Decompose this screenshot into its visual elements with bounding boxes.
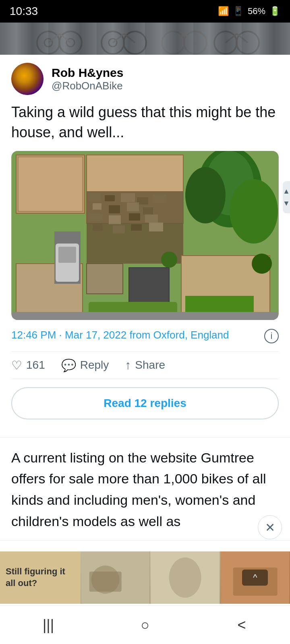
svg-rect-41 (149, 223, 163, 231)
ad-image-1 (81, 551, 150, 604)
svg-rect-27 (121, 193, 135, 202)
timestamp-text[interactable]: 12:46 PM · Mar 17, 2022 from Oxford, Eng… (11, 327, 229, 343)
nav-back-button[interactable]: ||| (32, 613, 64, 637)
svg-point-4 (66, 39, 75, 47)
aerial-view (11, 151, 279, 320)
svg-point-45 (230, 179, 278, 244)
ad-text-section: Still figuring it all out? (0, 551, 81, 604)
svg-rect-31 (109, 205, 120, 213)
svg-point-7 (102, 31, 124, 54)
user-handle[interactable]: @RobOnABike (52, 80, 123, 92)
info-icon[interactable]: i (264, 329, 279, 343)
svg-rect-22 (18, 157, 83, 211)
aerial-svg (11, 151, 279, 320)
svg-point-55 (161, 252, 177, 268)
svg-rect-0 (0, 23, 290, 55)
reply-action[interactable]: 💬 Reply (61, 358, 109, 372)
user-name[interactable]: Rob H&ynes (52, 66, 123, 80)
svg-point-2 (44, 39, 52, 47)
nav-forward-button[interactable]: < (226, 613, 258, 637)
ad-text: Still figuring it all out? (6, 566, 75, 589)
svg-line-6 (60, 34, 70, 43)
share-icon: ↑ (125, 358, 131, 372)
svg-point-8 (109, 39, 117, 47)
svg-rect-46 (87, 264, 123, 294)
svg-rect-25 (89, 193, 101, 201)
svg-line-19 (237, 34, 248, 43)
svg-line-18 (226, 34, 237, 43)
status-icons: 📶 📱 56% 🔋 (218, 6, 280, 17)
svg-rect-60 (89, 572, 122, 592)
svg-rect-30 (93, 203, 102, 210)
battery-icon: 🔋 (269, 6, 280, 17)
like-count: 161 (26, 359, 45, 372)
svg-rect-40 (131, 224, 142, 231)
svg-point-9 (124, 31, 146, 54)
svg-rect-37 (145, 215, 158, 223)
tweet-container: Rob H&ynes @RobOnABike Taking a wild gue… (0, 55, 290, 438)
actions-row: ♡ 161 💬 Reply ↑ Share (11, 351, 279, 379)
share-action[interactable]: ↑ Share (125, 358, 165, 372)
svg-point-17 (236, 31, 259, 54)
tweet-text: Taking a wild guess that this might be t… (11, 102, 279, 143)
svg-point-1 (37, 31, 60, 54)
ad-banner[interactable]: Still figuring it all out? ^ (0, 551, 290, 604)
svg-rect-35 (109, 215, 121, 224)
nav-home-button[interactable]: ○ (129, 613, 161, 637)
status-time: 10:33 (10, 5, 38, 18)
svg-point-62 (169, 557, 201, 598)
share-label: Share (135, 359, 165, 372)
heart-icon: ♡ (11, 358, 22, 372)
svg-point-3 (59, 31, 82, 54)
svg-line-11 (124, 34, 135, 43)
svg-rect-36 (129, 213, 140, 221)
ad-expand-button[interactable]: ^ (242, 570, 268, 586)
svg-rect-38 (93, 223, 103, 231)
reply-icon: 💬 (61, 358, 76, 372)
bikes-image (0, 23, 290, 55)
svg-line-15 (184, 34, 195, 43)
nav-bar: ||| ○ < (0, 605, 290, 644)
like-action[interactable]: ♡ 161 (11, 358, 45, 372)
svg-rect-47 (129, 268, 169, 304)
svg-line-14 (173, 34, 184, 43)
user-row: Rob H&ynes @RobOnABike (11, 63, 279, 95)
scroll-down-arrow: ▼ (283, 200, 290, 207)
tweet-image[interactable] (11, 151, 279, 320)
svg-rect-32 (127, 202, 139, 211)
scroll-indicator[interactable]: ▲ ▼ (283, 181, 290, 213)
avatar-image (11, 63, 44, 95)
svg-point-13 (184, 31, 207, 54)
tweet-timestamp: 12:46 PM · Mar 17, 2022 from Oxford, Eng… (11, 327, 279, 343)
svg-rect-29 (153, 194, 166, 202)
top-image-strip (0, 23, 290, 55)
svg-line-10 (113, 34, 124, 43)
scroll-up-arrow: ▲ (283, 188, 290, 195)
avatar[interactable] (11, 63, 44, 95)
svg-rect-26 (105, 195, 115, 201)
ad-image-2 (150, 551, 220, 604)
close-button[interactable]: ✕ (258, 515, 282, 539)
read-replies-button[interactable]: Read 12 replies (11, 387, 279, 419)
battery-indicator: 56% (248, 6, 265, 17)
svg-rect-34 (89, 213, 103, 221)
user-info: Rob H&ynes @RobOnABike (52, 66, 123, 92)
wifi-icon: 📶 (218, 6, 229, 17)
svg-point-16 (214, 31, 237, 54)
svg-point-12 (162, 31, 184, 54)
signal-icon: 📱 (233, 6, 244, 17)
svg-point-44 (185, 167, 226, 223)
article-text: A current listing on the website Gumtree… (0, 438, 290, 541)
status-bar: 10:33 📶 📱 56% 🔋 (0, 0, 290, 23)
svg-rect-57 (12, 312, 278, 320)
svg-rect-39 (113, 225, 125, 233)
svg-rect-52 (58, 247, 76, 263)
svg-line-5 (48, 34, 60, 43)
svg-point-56 (252, 254, 272, 274)
ad-images: ^ (81, 551, 290, 604)
ad-image-3: ^ (220, 551, 290, 604)
svg-rect-33 (143, 207, 153, 215)
reply-label: Reply (80, 359, 109, 372)
